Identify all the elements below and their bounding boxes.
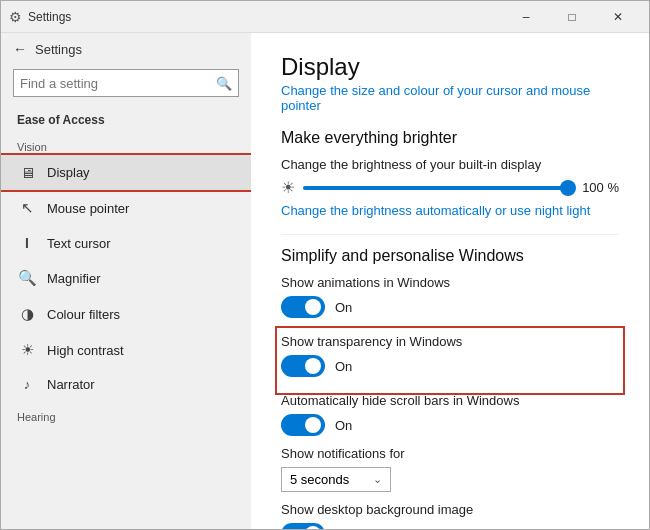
scrollbars-toggle-row: On <box>281 414 619 436</box>
animations-toggle[interactable] <box>281 296 325 318</box>
sidebar-section-label: Ease of Access <box>1 105 251 131</box>
brightness-row: ☀ 100 % <box>281 178 619 197</box>
section-brighter-title: Make everything brighter <box>281 129 619 147</box>
bg-image-toggle-row: On <box>281 523 619 529</box>
sidebar-item-narrator[interactable]: ♪ Narrator <box>1 368 251 401</box>
animations-row: Show animations in Windows On <box>281 275 619 318</box>
bg-image-row: Show desktop background image On <box>281 502 619 529</box>
notifications-dropdown-row: 5 seconds ⌄ <box>281 467 619 492</box>
search-icon: 🔍 <box>216 76 232 91</box>
sidebar: ← Settings 🔍 Ease of Access Vision 🖥 Dis… <box>1 33 251 529</box>
brightness-thumb <box>560 180 576 196</box>
sidebar-item-label-display: Display <box>47 165 90 180</box>
high-contrast-icon: ☀ <box>17 341 37 359</box>
text-cursor-icon: I <box>17 235 37 251</box>
sidebar-item-high-contrast[interactable]: ☀ High contrast <box>1 332 251 368</box>
brightness-slider-track[interactable] <box>303 186 574 190</box>
bg-image-toggle[interactable] <box>281 523 325 529</box>
hearing-group-label: Hearing <box>1 401 251 425</box>
sidebar-item-label-contrast: High contrast <box>47 343 124 358</box>
titlebar: ⚙ Settings – □ ✕ <box>1 1 649 33</box>
maximize-button[interactable]: □ <box>549 1 595 33</box>
notifications-row: Show notifications for 5 seconds ⌄ <box>281 446 619 492</box>
page-title: Display <box>281 53 619 81</box>
sidebar-item-mouse-pointer[interactable]: ↖ Mouse pointer <box>1 190 251 226</box>
transparency-toggle-row: On <box>281 355 619 377</box>
window: ⚙ Settings – □ ✕ ← Settings 🔍 Ease of Ac… <box>0 0 650 530</box>
transparency-toggle-knob <box>305 358 321 374</box>
bg-image-label: Show desktop background image <box>281 502 619 517</box>
display-icon: 🖥 <box>17 164 37 181</box>
sidebar-item-text-cursor[interactable]: I Text cursor <box>1 226 251 260</box>
animations-label: Show animations in Windows <box>281 275 619 290</box>
sidebar-item-label-mouse: Mouse pointer <box>47 201 129 216</box>
animations-toggle-knob <box>305 299 321 315</box>
animations-toggle-label: On <box>335 300 352 315</box>
section-simplify-title: Simplify and personalise Windows <box>281 247 619 265</box>
scrollbars-toggle-knob <box>305 417 321 433</box>
transparency-highlighted-row: Show transparency in Windows On <box>277 328 623 393</box>
notifications-dropdown-value: 5 seconds <box>290 472 349 487</box>
back-label: Settings <box>35 42 82 57</box>
transparency-toggle-label: On <box>335 359 352 374</box>
dropdown-arrow-icon: ⌄ <box>373 473 382 486</box>
search-input[interactable] <box>20 76 216 91</box>
animations-toggle-row: On <box>281 296 619 318</box>
colour-filters-icon: ◑ <box>17 305 37 323</box>
scrollbars-toggle-label: On <box>335 418 352 433</box>
night-light-link[interactable]: Change the brightness automatically or u… <box>281 203 619 218</box>
window-title: Settings <box>28 10 503 24</box>
sidebar-item-display[interactable]: 🖥 Display <box>1 155 251 190</box>
scrollbars-toggle[interactable] <box>281 414 325 436</box>
sidebar-item-magnifier[interactable]: 🔍 Magnifier <box>1 260 251 296</box>
cursor-link[interactable]: Change the size and colour of your curso… <box>281 83 619 113</box>
settings-icon: ⚙ <box>9 9 22 25</box>
scrollbars-row: Automatically hide scroll bars in Window… <box>281 393 619 436</box>
close-button[interactable]: ✕ <box>595 1 641 33</box>
vision-group-label: Vision <box>1 131 251 155</box>
divider-1 <box>281 234 619 235</box>
sidebar-item-label-narrator: Narrator <box>47 377 95 392</box>
mouse-pointer-icon: ↖ <box>17 199 37 217</box>
magnifier-icon: 🔍 <box>17 269 37 287</box>
back-arrow-icon: ← <box>13 41 27 57</box>
transparency-label: Show transparency in Windows <box>281 334 619 349</box>
brightness-value: 100 % <box>582 180 619 195</box>
sidebar-item-label-colour: Colour filters <box>47 307 120 322</box>
scrollbars-label: Automatically hide scroll bars in Window… <box>281 393 619 408</box>
brightness-fill <box>303 186 574 190</box>
bg-image-toggle-label: On <box>335 527 352 530</box>
sidebar-item-label-magnifier: Magnifier <box>47 271 100 286</box>
window-controls: – □ ✕ <box>503 1 641 33</box>
notifications-dropdown[interactable]: 5 seconds ⌄ <box>281 467 391 492</box>
back-button[interactable]: ← Settings <box>1 33 251 65</box>
main-content: Display Change the size and colour of yo… <box>251 33 649 529</box>
brightness-label: Change the brightness of your built-in d… <box>281 157 619 172</box>
sun-icon: ☀ <box>281 178 295 197</box>
content-area: ← Settings 🔍 Ease of Access Vision 🖥 Dis… <box>1 33 649 529</box>
bg-image-toggle-knob <box>305 526 321 529</box>
notifications-label: Show notifications for <box>281 446 619 461</box>
narrator-icon: ♪ <box>17 377 37 392</box>
minimize-button[interactable]: – <box>503 1 549 33</box>
sidebar-item-label-text: Text cursor <box>47 236 111 251</box>
transparency-toggle[interactable] <box>281 355 325 377</box>
search-box[interactable]: 🔍 <box>13 69 239 97</box>
sidebar-item-colour-filters[interactable]: ◑ Colour filters <box>1 296 251 332</box>
